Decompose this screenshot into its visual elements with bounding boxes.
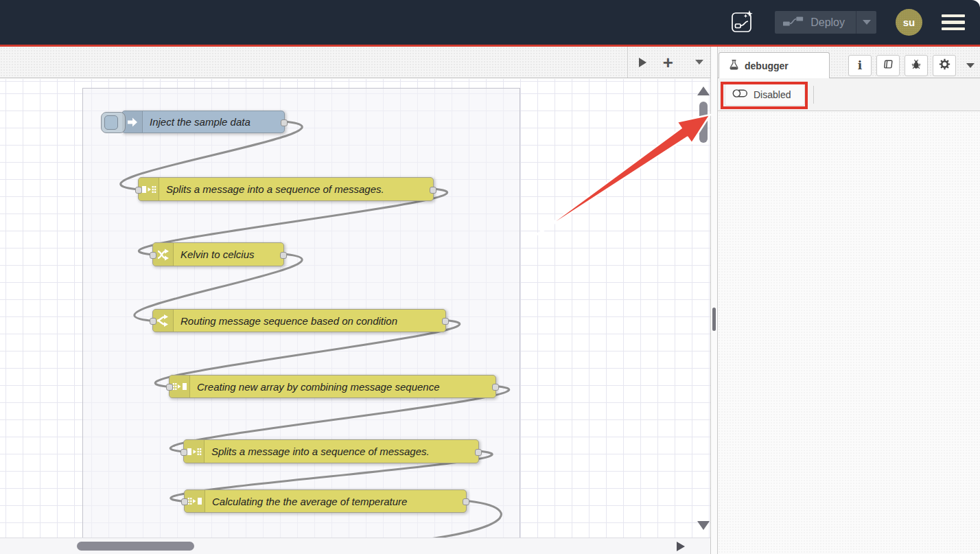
deploy-options-button[interactable]	[856, 11, 876, 34]
scroll-down-icon[interactable]	[697, 521, 710, 530]
caret-down-icon	[863, 20, 871, 25]
input-port[interactable]	[150, 318, 156, 325]
app-header: Deploy su	[0, 0, 980, 45]
horizontal-scrollbar-thumb[interactable]	[77, 542, 194, 551]
flow-node-inject[interactable]: Inject the sample data	[121, 111, 285, 133]
flow-node-join[interactable]: Calculating the the average of temperatu…	[184, 489, 467, 513]
output-port[interactable]	[492, 384, 499, 391]
flow-wires	[0, 79, 710, 538]
sidebar-resize-separator[interactable]	[710, 47, 718, 554]
input-port[interactable]	[180, 449, 187, 456]
output-port[interactable]	[463, 498, 469, 505]
input-port[interactable]	[135, 187, 142, 194]
sidebar-tab-label: debugger	[745, 60, 789, 71]
input-port[interactable]	[166, 384, 173, 391]
node-label: Inject the sample data	[150, 111, 250, 132]
node-red-editor: Deploy su + Inject the sample dataSplits…	[0, 0, 980, 554]
horizontal-scrollbar	[0, 538, 710, 554]
scroll-tabs-right-icon[interactable]	[639, 58, 646, 67]
flow-assistant-button[interactable]	[730, 10, 756, 36]
flow-node-switch[interactable]: Routing message sequence based on condit…	[152, 309, 446, 332]
main-menu-button[interactable]	[942, 12, 965, 34]
flask-icon	[729, 59, 739, 73]
settings-button[interactable]	[933, 55, 956, 76]
help-button[interactable]	[876, 55, 900, 76]
workspace-tab-bar: +	[0, 47, 710, 78]
output-port[interactable]	[430, 187, 436, 194]
toggle-off-icon	[732, 88, 748, 102]
flow-canvas[interactable]: Inject the sample dataSplits a message i…	[0, 79, 710, 538]
info-icon: i	[858, 60, 862, 71]
flow-node-split[interactable]: Splits a message into a sequence of mess…	[138, 177, 434, 201]
node-label: Splits a message into a sequence of mess…	[166, 178, 384, 200]
debug-toolbar: Disabled	[718, 78, 980, 111]
node-label: Calculating the the average of temperatu…	[212, 490, 407, 512]
node-label: Creating new array by combining message …	[197, 376, 440, 397]
debug-button[interactable]	[905, 55, 928, 76]
flow-node-join[interactable]: Creating new array by combining message …	[169, 375, 496, 398]
tab-debugger[interactable]: debugger	[719, 52, 830, 79]
toolbar-divider	[813, 86, 814, 104]
ai-flow-icon	[730, 8, 756, 37]
output-port[interactable]	[475, 449, 482, 456]
separator-drag-handle[interactable]	[712, 308, 716, 331]
hamburger-icon	[942, 14, 965, 18]
deploy-button[interactable]: Deploy	[775, 11, 876, 34]
input-port[interactable]	[181, 498, 188, 505]
user-avatar[interactable]: su	[896, 9, 922, 36]
output-port[interactable]	[442, 318, 449, 325]
flow-node-split[interactable]: Splits a message into a sequence of mess…	[183, 439, 479, 463]
input-port[interactable]	[150, 252, 156, 259]
debug-disabled-toggle[interactable]: Disabled	[725, 84, 805, 106]
gear-icon	[939, 58, 950, 73]
node-label: Kelvin to celcius	[180, 243, 255, 266]
output-port[interactable]	[280, 252, 287, 259]
deploy-icon	[783, 16, 804, 30]
add-flow-icon[interactable]: +	[663, 56, 673, 69]
scroll-right-icon[interactable]	[677, 542, 685, 551]
deploy-label: Deploy	[810, 16, 845, 29]
debug-messages-panel	[718, 111, 980, 554]
inject-arrow-icon	[122, 111, 143, 132]
book-icon	[883, 59, 894, 73]
chevron-down-icon[interactable]	[966, 63, 975, 68]
node-label: Splits a message into a sequence of mess…	[211, 440, 430, 463]
vertical-scrollbar-thumb[interactable]	[699, 102, 708, 143]
flow-node-change[interactable]: Kelvin to celcius	[152, 242, 284, 266]
info-button[interactable]: i	[848, 55, 872, 76]
scroll-up-icon[interactable]	[697, 86, 710, 95]
disabled-label: Disabled	[754, 89, 791, 100]
flow-list-icon[interactable]	[695, 60, 703, 65]
sidebar-tab-row: debugger i	[718, 47, 980, 78]
node-label: Routing message sequence based on condit…	[180, 310, 397, 332]
bug-icon	[911, 59, 922, 73]
output-port[interactable]	[281, 119, 288, 126]
sidebar: debugger i	[718, 47, 980, 554]
